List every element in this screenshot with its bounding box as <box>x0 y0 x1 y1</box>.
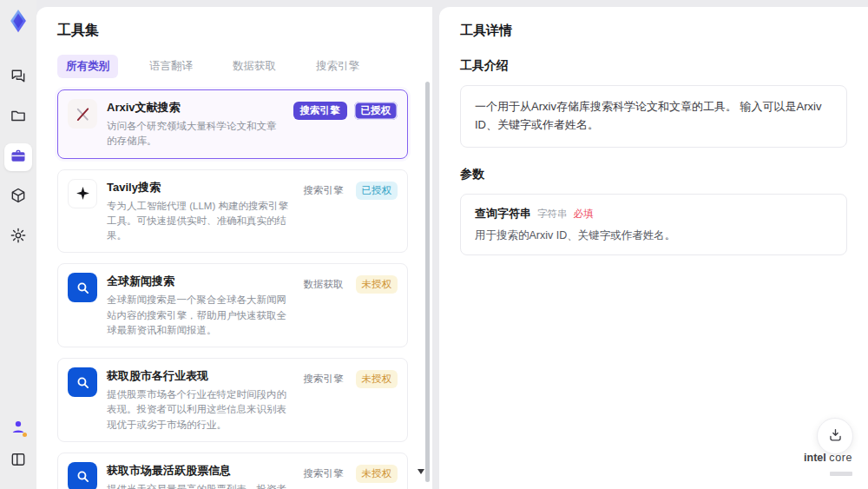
sidebar-item-packages[interactable] <box>4 183 32 211</box>
tool-name: 获取市场最活跃股票信息 <box>107 463 289 479</box>
tool-description: 全球新闻搜索是一个聚合全球各大新闻网站内容的搜索引擎，帮助用户快速获取全球最新资… <box>107 293 289 338</box>
tool-detail-panel: 工具详情 工具介绍 一个用于从Arxiv存储库搜索科学论文和文章的工具。 输入可… <box>439 7 868 489</box>
tool-icon <box>68 462 97 489</box>
detail-title: 工具详情 <box>460 23 847 39</box>
tool-icon <box>68 367 97 397</box>
sidebar-bottom-group <box>4 414 32 480</box>
tab-3[interactable]: 搜索引擎 <box>307 55 368 78</box>
app-window: 工具集 所有类别语言翻译数据获取搜索引擎 Arxiv文献搜索 访问各个研究领域大… <box>0 0 868 489</box>
sidebar-item-account[interactable] <box>4 414 32 442</box>
chat-icon <box>10 67 27 88</box>
tab-2[interactable]: 数据获取 <box>224 55 285 78</box>
download-button[interactable] <box>817 418 853 454</box>
status-badge: 未授权 <box>356 275 398 294</box>
search-logo-icon <box>74 467 92 486</box>
params-heading: 参数 <box>460 167 847 182</box>
status-dot <box>23 433 27 437</box>
tool-name: Tavily搜索 <box>107 180 289 195</box>
core-brand-text: core <box>829 452 852 464</box>
sidebar-item-files[interactable] <box>4 103 32 131</box>
status-badge: 未授权 <box>356 370 398 388</box>
param-card: 查询字符串 字符串 必填 用于搜索的Arxiv ID、关键字或作者姓名。 <box>460 194 847 255</box>
tool-description: 提供股票市场各个行业在特定时间段内的表现。投资者可以利用这些信息来识别表现优于或… <box>107 387 289 433</box>
status-badge: 已授权 <box>356 182 398 200</box>
folder-icon <box>10 107 27 128</box>
tool-card[interactable]: 全球新闻搜索 全球新闻搜索是一个聚合全球各大新闻网站内容的搜索引擎，帮助用户快速… <box>57 263 408 347</box>
category-badge: 搜索引擎 <box>293 102 347 120</box>
sidebar-item-settings[interactable] <box>4 223 32 251</box>
search-logo-icon <box>74 373 92 392</box>
toolbox-icon <box>10 147 27 168</box>
sidebar-item-collapse[interactable] <box>4 447 32 475</box>
status-badge: 已授权 <box>354 102 398 120</box>
intro-heading: 工具介绍 <box>460 58 847 74</box>
left-sidebar <box>0 0 36 489</box>
cube-icon <box>10 187 27 208</box>
tool-card[interactable]: 获取市场最活跃股票信息 提供当天交易量最高的股票列表。投资者可以利用这些信息来识… <box>57 453 408 489</box>
param-description: 用于搜索的Arxiv ID、关键字或作者姓名。 <box>475 228 832 243</box>
download-icon <box>827 426 844 446</box>
tool-card[interactable]: Arxiv文献搜索 访问各个研究领域大量科学论文和文章的存储库。 搜索引擎 已授… <box>57 89 408 159</box>
page-title: 工具集 <box>57 22 417 40</box>
category-badge: 搜索引擎 <box>299 182 349 200</box>
tool-list-panel: 工具集 所有类别语言翻译数据获取搜索引擎 Arxiv文献搜索 访问各个研究领域大… <box>36 7 432 489</box>
tab-0[interactable]: 所有类别 <box>57 55 118 78</box>
tool-icon <box>68 99 97 129</box>
intel-logo-bar <box>830 472 852 476</box>
tool-name: 获取股市各行业表现 <box>107 368 289 384</box>
intel-brand-text: intel <box>804 452 826 464</box>
param-type: 字符串 <box>537 208 568 221</box>
tab-1[interactable]: 语言翻译 <box>141 55 201 78</box>
tool-description: 访问各个研究领域大量科学论文和文章的存储库。 <box>107 119 284 149</box>
intro-text: 一个用于从Arxiv存储库搜索科学论文和文章的工具。 输入可以是Arxiv ID… <box>460 85 847 148</box>
sidebar-item-tools[interactable] <box>4 143 32 171</box>
tool-card[interactable]: Tavily搜索 专为人工智能代理 (LLM) 构建的搜索引擎工具。可快速提供实… <box>57 169 408 254</box>
tool-description: 专为人工智能代理 (LLM) 构建的搜索引擎工具。可快速提供实时、准确和真实的结… <box>107 199 289 244</box>
arxiv-logo-icon <box>74 105 92 123</box>
category-badge: 搜索引擎 <box>299 370 349 388</box>
category-tabs: 所有类别语言翻译数据获取搜索引擎 <box>57 55 417 78</box>
status-badge: 未授权 <box>356 465 398 483</box>
app-logo-icon <box>5 8 31 34</box>
param-name: 查询字符串 <box>475 206 531 221</box>
tavily-star-icon <box>74 184 92 202</box>
tool-icon <box>68 273 97 302</box>
scroll-down-indicator[interactable] <box>418 469 424 474</box>
panel-toggle-icon <box>10 451 27 472</box>
tool-name: Arxiv文献搜索 <box>107 100 284 116</box>
tool-icon <box>68 179 97 208</box>
intel-core-logo: intel core <box>804 452 852 479</box>
tool-description: 提供当天交易量最高的股票列表。投资者可以利用这些信息来识别流动性强的股票和潜在的… <box>107 482 289 489</box>
tool-list: Arxiv文献搜索 访问各个研究领域大量科学论文和文章的存储库。 搜索引擎 已授… <box>57 89 417 489</box>
tool-card[interactable]: 获取股市各行业表现 提供股票市场各个行业在特定时间段内的表现。投资者可以利用这些… <box>57 358 408 442</box>
gear-icon <box>10 227 27 248</box>
search-logo-icon <box>74 279 92 297</box>
sidebar-item-chat[interactable] <box>4 63 32 91</box>
param-required-badge: 必填 <box>574 208 594 221</box>
category-badge: 搜索引擎 <box>299 465 349 483</box>
category-badge: 数据获取 <box>299 275 349 294</box>
tool-name: 全球新闻搜索 <box>107 274 289 289</box>
scrollbar[interactable] <box>425 82 430 482</box>
